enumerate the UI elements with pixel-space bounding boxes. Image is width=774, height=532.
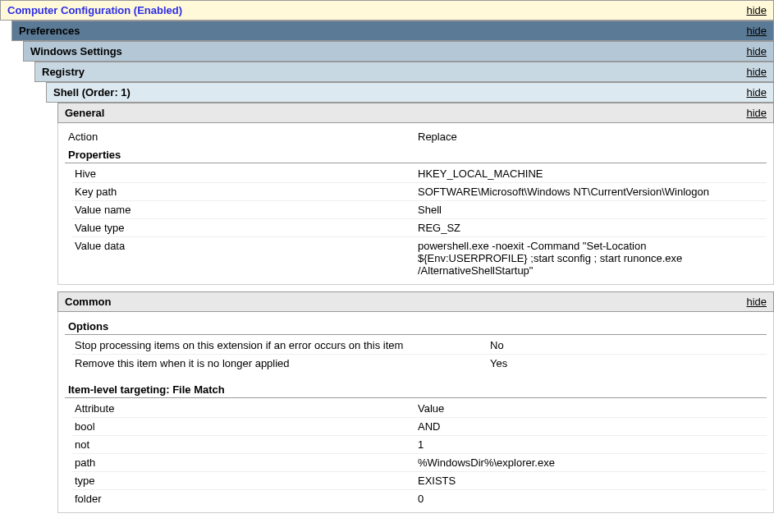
value-col: Value [418, 402, 767, 415]
action-row: Action Replace [65, 128, 767, 145]
hide-link-general[interactable]: hide [746, 107, 767, 119]
common-header: Common hide [57, 291, 774, 312]
targeting-val: EXISTS [418, 475, 767, 487]
targeting-attr: not [71, 438, 418, 451]
property-label: Key path [71, 186, 418, 198]
shell-header: Shell (Order: 1) hide [46, 82, 774, 103]
general-header: General hide [57, 103, 774, 123]
property-label: Value name [71, 204, 418, 216]
targeting-val: 0 [418, 493, 767, 505]
targeting-rows: Attribute Value bool AND not 1 path %Win… [71, 400, 767, 507]
targeting-attr: folder [71, 493, 418, 505]
property-row: Key path SOFTWARE\Microsoft\Windows NT\C… [71, 183, 767, 201]
options-subheader: Options [65, 317, 767, 335]
windows-settings-title: Windows Settings [30, 45, 122, 57]
targeting-row: folder 0 [71, 490, 767, 507]
property-value: REG_SZ [418, 222, 767, 234]
targeting-row: not 1 [71, 436, 767, 454]
property-label: Hive [71, 167, 418, 180]
property-row: Value data powershell.exe -noexit -Comma… [71, 237, 767, 279]
action-value: Replace [418, 131, 767, 143]
option-label: Stop processing items on this extension … [71, 339, 490, 351]
property-row: Hive HKEY_LOCAL_MACHINE [71, 165, 767, 183]
property-row: Value type REG_SZ [71, 219, 767, 237]
targeting-row: bool AND [71, 418, 767, 436]
option-value: No [490, 339, 767, 351]
property-label: Value type [71, 222, 418, 234]
hide-link-registry[interactable]: hide [746, 66, 767, 78]
option-row: Remove this item when it is no longer ap… [71, 355, 767, 372]
targeting-subheader: Item-level targeting: File Match [65, 380, 767, 398]
common-content: Options Stop processing items on this ex… [57, 312, 774, 513]
targeting-row: type EXISTS [71, 472, 767, 490]
preferences-header: Preferences hide [11, 21, 774, 41]
targeting-val: AND [418, 420, 767, 433]
windows-settings-header: Windows Settings hide [23, 41, 774, 62]
targeting-attr: path [71, 456, 418, 469]
computer-configuration-title: Computer Configuration (Enabled) [7, 4, 182, 16]
targeting-attr: type [71, 475, 418, 487]
preferences-title: Preferences [19, 25, 80, 37]
property-label: Value data [71, 240, 418, 277]
general-title: General [65, 107, 104, 119]
hide-link-windows-settings[interactable]: hide [746, 45, 767, 57]
shell-title: Shell (Order: 1) [53, 86, 131, 99]
targeting-val: %WindowsDir%\explorer.exe [418, 456, 767, 469]
hide-link-shell[interactable]: hide [746, 86, 767, 99]
property-row: Value name Shell [71, 201, 767, 219]
targeting-attr: bool [71, 420, 418, 433]
property-value: HKEY_LOCAL_MACHINE [418, 167, 767, 180]
general-content: Action Replace Properties Hive HKEY_LOCA… [57, 123, 774, 285]
property-value: Shell [418, 204, 767, 216]
property-value: powershell.exe -noexit -Command "Set-Loc… [418, 240, 713, 277]
hide-link-common[interactable]: hide [746, 296, 767, 308]
properties-rows: Hive HKEY_LOCAL_MACHINE Key path SOFTWAR… [71, 165, 767, 279]
attribute-col: Attribute [71, 402, 418, 415]
option-row: Stop processing items on this extension … [71, 337, 767, 355]
registry-title: Registry [42, 66, 85, 78]
common-title: Common [65, 296, 111, 308]
option-value: Yes [490, 357, 767, 369]
computer-configuration-header: Computer Configuration (Enabled) hide [0, 0, 774, 21]
property-value: SOFTWARE\Microsoft\Windows NT\CurrentVer… [418, 186, 767, 198]
targeting-col-header: Attribute Value [71, 400, 767, 418]
targeting-val: 1 [418, 438, 767, 451]
option-label: Remove this item when it is no longer ap… [71, 357, 490, 369]
targeting-row: path %WindowsDir%\explorer.exe [71, 454, 767, 472]
action-label: Action [65, 131, 418, 143]
hide-link-preferences[interactable]: hide [746, 25, 767, 37]
registry-header: Registry hide [34, 62, 774, 82]
hide-link-computer-config[interactable]: hide [746, 4, 767, 16]
properties-subheader: Properties [65, 145, 767, 163]
options-rows: Stop processing items on this extension … [71, 337, 767, 372]
